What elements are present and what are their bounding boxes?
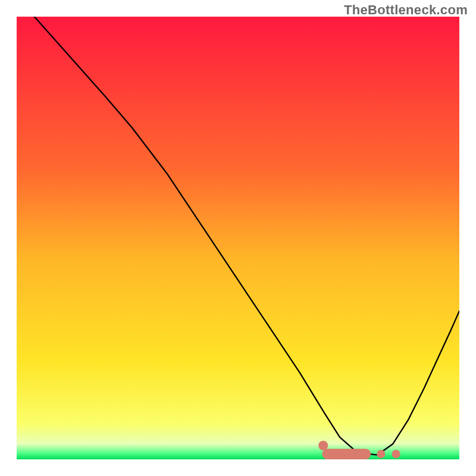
optimal-dot: [377, 450, 385, 458]
plot-area: [17, 17, 459, 459]
optimal-dot: [392, 450, 400, 458]
chart-svg: [17, 17, 459, 459]
optimal-bar-cap: [318, 441, 328, 450]
chart-container: TheBottleneck.com: [0, 0, 476, 476]
optimal-bar: [322, 449, 371, 459]
gradient-background: [17, 17, 459, 459]
watermark-text: TheBottleneck.com: [344, 2, 468, 18]
